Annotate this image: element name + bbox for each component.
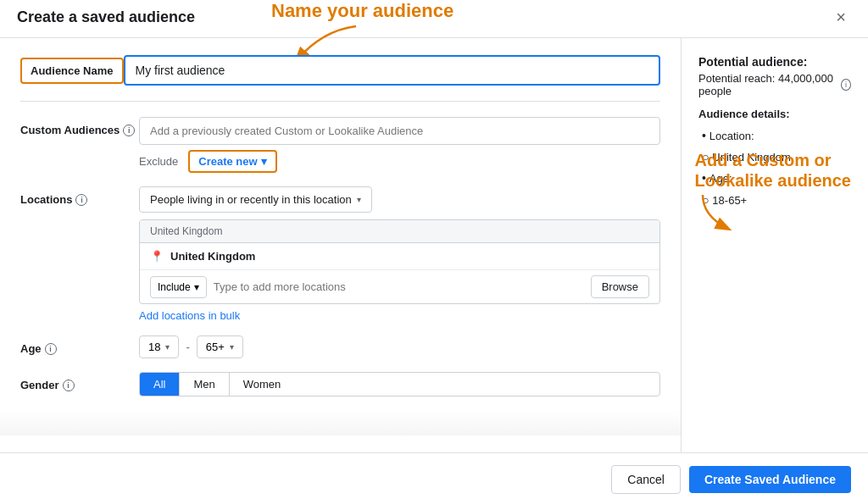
bottom-fade xyxy=(0,410,681,435)
modal-body: Audience Name Custom Audiences i Exclude xyxy=(0,38,868,452)
custom-audiences-content: Exclude Create new ▾ xyxy=(139,117,660,173)
potential-reach-info-icon[interactable]: i xyxy=(841,79,851,91)
gender-row: Gender i All Men Women xyxy=(20,372,660,396)
detail-age-header: Age: xyxy=(698,168,851,189)
add-location-input[interactable] xyxy=(214,280,584,293)
custom-audiences-row: Custom Audiences i Exclude Create new ▾ xyxy=(20,117,660,173)
potential-reach: Potential reach: 44,000,000 people i xyxy=(698,72,851,97)
cancel-button[interactable]: Cancel xyxy=(611,465,681,494)
detail-location-header: Location: xyxy=(698,125,851,147)
age-from-value: 18 xyxy=(148,341,160,353)
age-to-chevron-icon: ▾ xyxy=(230,342,234,352)
gender-info-icon[interactable]: i xyxy=(63,380,75,391)
modal-overlay: Name your audience Add a Custom or Looka… xyxy=(0,0,868,499)
location-type-select[interactable]: People living in or recently in this loc… xyxy=(139,186,372,213)
modal-title: Create a saved audience xyxy=(17,8,195,26)
locations-info-icon[interactable]: i xyxy=(75,194,87,206)
modal-header: Create a saved audience × xyxy=(0,0,868,38)
include-label: Include xyxy=(158,281,191,293)
detail-age-value: 18-65+ xyxy=(698,190,851,211)
location-box: United Kingdom 📍 United Kingdom Include … xyxy=(139,219,660,304)
location-item: 📍 United Kingdom xyxy=(140,243,659,270)
age-from-select[interactable]: 18 ▾ xyxy=(139,335,179,358)
close-button[interactable]: × xyxy=(831,7,851,27)
potential-audience-title: Potential audience: xyxy=(698,55,851,69)
location-add-row: Include ▾ Browse xyxy=(140,270,659,303)
age-label: Age i xyxy=(20,335,139,355)
age-info-icon[interactable]: i xyxy=(45,343,57,355)
modal-container: Name your audience Add a Custom or Looka… xyxy=(0,0,868,499)
audience-details-list: Location: United Kingdom Age: 18-65+ xyxy=(698,125,851,211)
locations-content: People living in or recently in this loc… xyxy=(139,186,660,322)
potential-reach-text: Potential reach: 44,000,000 people xyxy=(698,72,837,97)
location-box-header: United Kingdom xyxy=(140,220,659,243)
audience-name-label: Audience Name xyxy=(20,58,124,84)
gender-all-button[interactable]: All xyxy=(140,373,180,396)
modal-right-panel: Potential audience: Potential reach: 44,… xyxy=(682,38,868,452)
location-name: United Kingdom xyxy=(170,250,255,263)
audience-name-row: Audience Name xyxy=(20,55,660,102)
gender-label: Gender i xyxy=(20,372,139,391)
create-new-chevron-icon: ▾ xyxy=(261,155,267,168)
custom-audiences-info-icon[interactable]: i xyxy=(123,125,135,136)
custom-audiences-input[interactable] xyxy=(139,117,660,145)
age-to-select[interactable]: 65+ ▾ xyxy=(197,335,243,358)
location-pin-icon: 📍 xyxy=(150,250,164,263)
age-separator: - xyxy=(186,341,189,353)
locations-row: Locations i People living in or recently… xyxy=(20,186,660,322)
age-from-chevron-icon: ▾ xyxy=(165,342,170,352)
create-new-button[interactable]: Create new ▾ xyxy=(188,150,276,173)
create-saved-audience-button[interactable]: Create Saved Audience xyxy=(689,466,851,493)
modal-footer: Cancel Create Saved Audience xyxy=(0,452,868,499)
exclude-link[interactable]: Exclude xyxy=(139,155,178,168)
detail-location-value: United Kingdom xyxy=(698,147,851,168)
audience-name-input[interactable] xyxy=(124,55,660,86)
browse-button[interactable]: Browse xyxy=(591,275,649,298)
age-content: 18 ▾ - 65+ ▾ xyxy=(139,335,660,358)
location-type-label: People living in or recently in this loc… xyxy=(150,193,352,206)
include-select[interactable]: Include ▾ xyxy=(150,276,207,298)
custom-audiences-actions: Exclude Create new ▾ xyxy=(139,150,660,173)
gender-button-group: All Men Women xyxy=(139,372,660,396)
include-chevron-icon: ▾ xyxy=(194,281,199,293)
gender-men-button[interactable]: Men xyxy=(180,373,229,396)
locations-label: Locations i xyxy=(20,186,139,206)
location-type-chevron-icon: ▾ xyxy=(357,195,361,204)
add-locations-bulk-link[interactable]: Add locations in bulk xyxy=(139,309,240,322)
audience-details-title: Audience details: xyxy=(698,108,851,120)
modal-left-panel: Audience Name Custom Audiences i Exclude xyxy=(0,38,682,452)
gender-content: All Men Women xyxy=(139,372,660,396)
create-new-label: Create new xyxy=(198,155,257,168)
custom-audiences-label: Custom Audiences i xyxy=(20,117,139,136)
gender-women-button[interactable]: Women xyxy=(230,373,295,396)
age-row: Age i 18 ▾ - 65+ ▾ xyxy=(20,335,660,358)
age-to-value: 65+ xyxy=(206,341,225,353)
